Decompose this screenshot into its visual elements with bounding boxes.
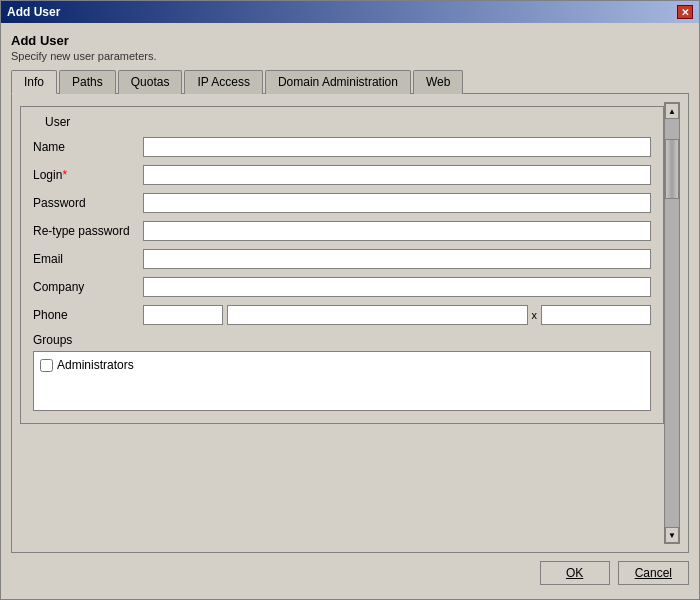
retype-password-label: Re-type password (33, 224, 143, 238)
email-label: Email (33, 252, 143, 266)
scrollbar: ▲ ▼ (664, 102, 680, 544)
user-group-box: User Name Login* (20, 106, 664, 424)
administrators-checkbox[interactable] (40, 359, 53, 372)
scrollbar-track (665, 119, 679, 527)
groups-label: Groups (33, 333, 651, 347)
tab-bar: Info Paths Quotas IP Access Domain Admin… (11, 70, 689, 94)
login-label: Login* (33, 168, 143, 182)
window-title: Add User (7, 5, 60, 19)
company-label: Company (33, 280, 143, 294)
tab-quotas[interactable]: Quotas (118, 70, 183, 94)
scrollbar-thumb[interactable] (665, 139, 679, 199)
title-bar: Add User ✕ (1, 1, 699, 23)
groups-item-administrators: Administrators (40, 358, 644, 372)
phone-x-label: x (532, 309, 538, 321)
password-label: Password (33, 196, 143, 210)
phone-row: Phone x (33, 305, 651, 325)
login-input[interactable] (143, 165, 651, 185)
scrollbar-down-button[interactable]: ▼ (665, 527, 679, 543)
add-user-dialog: Add User ✕ Add User Specify new user par… (0, 0, 700, 600)
scrollbar-up-button[interactable]: ▲ (665, 103, 679, 119)
retype-password-row: Re-type password (33, 221, 651, 241)
groups-box: Administrators (33, 351, 651, 411)
company-row: Company (33, 277, 651, 297)
phone-inputs: x (143, 305, 651, 325)
phone-label: Phone (33, 308, 143, 322)
close-button[interactable]: ✕ (677, 5, 693, 19)
dialog-subtitle: Specify new user parameters. (11, 50, 689, 62)
dialog-body: Add User Specify new user parameters. In… (1, 23, 699, 599)
cancel-button[interactable]: Cancel (618, 561, 689, 585)
email-input[interactable] (143, 249, 651, 269)
phone-input-3[interactable] (541, 305, 651, 325)
phone-input-1[interactable] (143, 305, 223, 325)
tab-info[interactable]: Info (11, 70, 57, 94)
group-box-title: User (41, 115, 74, 129)
name-input[interactable] (143, 137, 651, 157)
login-required-star: * (62, 168, 67, 182)
tab-content: User Name Login* (11, 93, 689, 553)
ok-button[interactable]: OK (540, 561, 610, 585)
tab-paths[interactable]: Paths (59, 70, 116, 94)
scroll-area: User Name Login* (20, 102, 680, 544)
retype-password-input[interactable] (143, 221, 651, 241)
tab-web[interactable]: Web (413, 70, 463, 94)
phone-input-2[interactable] (227, 305, 528, 325)
name-label: Name (33, 140, 143, 154)
login-row: Login* (33, 165, 651, 185)
name-row: Name (33, 137, 651, 157)
groups-section: Groups Administrators (33, 333, 651, 411)
password-row: Password (33, 193, 651, 213)
tab-domain-admin[interactable]: Domain Administration (265, 70, 411, 94)
administrators-label: Administrators (57, 358, 134, 372)
scroll-content: User Name Login* (20, 102, 664, 544)
tab-ip-access[interactable]: IP Access (184, 70, 262, 94)
dialog-title: Add User (11, 33, 689, 48)
company-input[interactable] (143, 277, 651, 297)
email-row: Email (33, 249, 651, 269)
dialog-header: Add User Specify new user parameters. (11, 33, 689, 62)
dialog-footer: OK Cancel (11, 553, 689, 589)
tabs-container: Info Paths Quotas IP Access Domain Admin… (11, 70, 689, 553)
password-input[interactable] (143, 193, 651, 213)
